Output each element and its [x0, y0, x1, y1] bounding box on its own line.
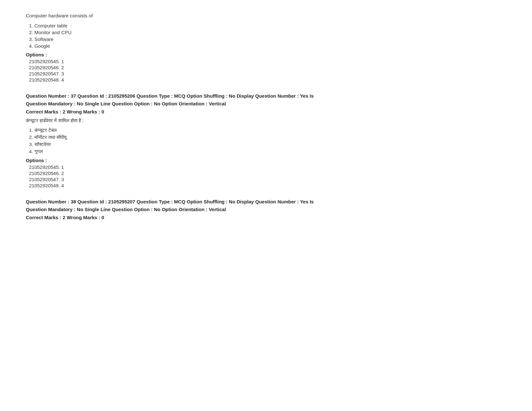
q36-option-ids: 21052920545. 1 21052920546. 2 2105292054… [26, 59, 506, 83]
q38-meta: Question Number : 38 Question Id : 21052… [26, 198, 506, 213]
q37-option-3: 3. सॉफ्टवेयर [29, 142, 506, 147]
q36-option-1: 1. Computer table [29, 23, 506, 28]
q36-option-2: 2. Monitor and CPU [29, 30, 506, 35]
q37-id-2: 21052920546. 2 [29, 171, 506, 176]
q37-options-list: 1. कंप्यूटर टेबल 2. मॉनीटर तथा सीपीयू 3.… [26, 127, 506, 154]
q36-id-2: 21052920546. 2 [29, 65, 506, 70]
question-37: Question Number : 37 Question Id : 21052… [26, 92, 506, 188]
question-36-intro: Computer hardware consists of 1. Compute… [26, 13, 506, 83]
q36-options-list: 1. Computer table 2. Monitor and CPU 3. … [26, 23, 506, 49]
q37-option-4: 4. गूगल [29, 149, 506, 154]
q37-options-label: Options : [26, 158, 506, 163]
q37-correct-marks: Correct Marks : 2 Wrong Marks : 0 [26, 109, 506, 114]
q36-id-1: 21052920545. 1 [29, 59, 506, 64]
q37-question-text: कंप्यूटर हार्डवेयर में शामिल होता है : [26, 118, 506, 123]
q38-meta-line1: Question Number : 38 Question Id : 21052… [26, 199, 314, 204]
question-38: Question Number : 38 Question Id : 21052… [26, 198, 506, 220]
q37-id-4: 21052920548. 4 [29, 183, 506, 188]
q37-meta: Question Number : 37 Question Id : 21052… [26, 92, 506, 108]
q38-meta-line2: Question Mandatory : No Single Line Ques… [26, 207, 226, 212]
q37-meta-line2: Question Mandatory : No Single Line Ques… [26, 101, 226, 106]
q37-option-ids: 21052920545. 1 21052920546. 2 2105292054… [26, 164, 506, 188]
q36-id-3: 21052920547. 3 [29, 71, 506, 76]
q36-option-4: 4. Google [29, 43, 506, 49]
q36-option-3: 3. Software [29, 36, 506, 42]
q36-options-label: Options : [26, 52, 506, 57]
q37-id-1: 21052920545. 1 [29, 164, 506, 170]
q37-option-2: 2. मॉनीटर तथा सीपीयू [29, 134, 506, 140]
q38-correct-marks: Correct Marks : 2 Wrong Marks : 0 [26, 215, 506, 220]
q37-meta-line1: Question Number : 37 Question Id : 21052… [26, 93, 314, 99]
q37-id-3: 21052920547. 3 [29, 177, 506, 182]
q36-id-4: 21052920548. 4 [29, 77, 506, 83]
q36-intro-text: Computer hardware consists of [26, 13, 506, 18]
q37-option-1: 1. कंप्यूटर टेबल [29, 127, 506, 133]
